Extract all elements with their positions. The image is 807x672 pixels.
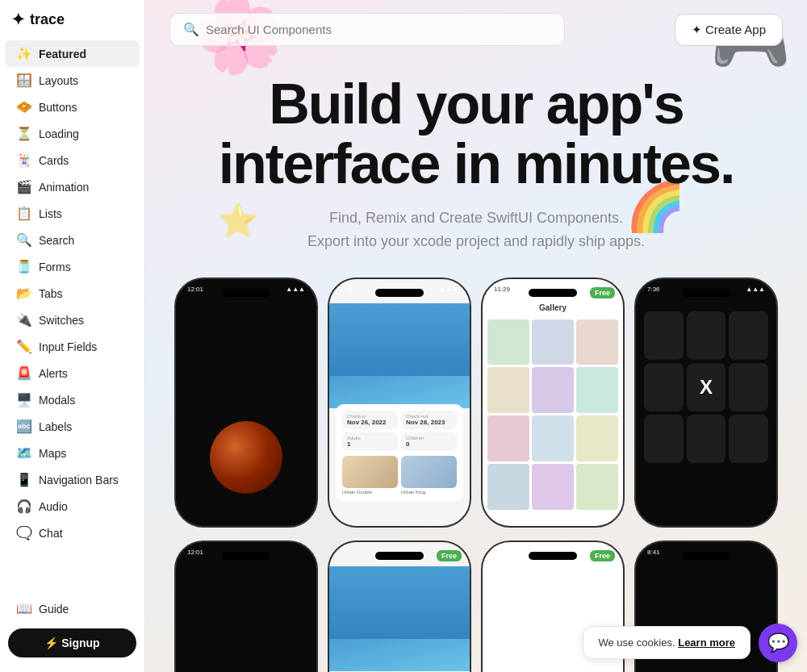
sidebar-item-modals[interactable]: 🖥️ Modals bbox=[5, 386, 140, 413]
status-bar-2: 1:38 ▲▲▲ bbox=[341, 286, 458, 293]
phone-notch-r2-2 bbox=[375, 552, 424, 560]
gallery-cell-9 bbox=[576, 415, 618, 461]
signup-button[interactable]: ⚡ Signup bbox=[8, 628, 136, 657]
loading-label: Loading bbox=[39, 127, 79, 140]
sidebar-item-navigation-bars[interactable]: 📱 Navigation Bars bbox=[5, 466, 140, 493]
sidebar-item-alerts[interactable]: 🚨 Alerts bbox=[5, 360, 140, 386]
grid-cell-3 bbox=[729, 311, 768, 360]
navigation-bars-label: Navigation Bars bbox=[39, 474, 119, 486]
booking-header-image bbox=[329, 303, 470, 408]
free-badge: Free bbox=[590, 287, 615, 298]
sidebar-item-forms[interactable]: 🫙 Forms bbox=[5, 253, 140, 280]
grid-cell-9 bbox=[729, 415, 768, 463]
status-bar-4: 7:36 ▲▲▲ bbox=[647, 286, 765, 293]
cards-icon: 🃏 bbox=[16, 152, 32, 168]
sidebar-item-switches[interactable]: 🔌 Switches bbox=[5, 307, 140, 333]
room-image-1 bbox=[342, 456, 398, 488]
switches-label: Switches bbox=[39, 314, 84, 327]
dark-grid-wrap: X bbox=[644, 311, 768, 463]
create-app-button[interactable]: ✦ Create App bbox=[675, 14, 783, 46]
grid-cell-7 bbox=[644, 415, 684, 463]
lists-label: Lists bbox=[39, 207, 62, 220]
labels-label: Labels bbox=[39, 420, 72, 433]
buttons-icon: 🧇 bbox=[16, 99, 32, 115]
sidebar-item-audio[interactable]: 🎧 Audio bbox=[5, 493, 140, 520]
forms-icon: 🫙 bbox=[16, 259, 32, 274]
gallery-cell-5 bbox=[532, 367, 574, 413]
phone-card-booking: 1:38 ▲▲▲ Check-in Nov 26, 2022 Check-out… bbox=[328, 278, 471, 528]
status-time: 12:01 bbox=[187, 286, 203, 293]
guide-label: Guide bbox=[39, 603, 69, 616]
chat-label: Chat bbox=[39, 527, 63, 540]
booking-header-r2 bbox=[329, 566, 470, 671]
learn-more-link[interactable]: Learn more bbox=[678, 637, 735, 649]
planet-visual bbox=[210, 421, 282, 494]
gallery-cell-4 bbox=[487, 367, 529, 413]
gallery-cell-3 bbox=[576, 319, 618, 365]
phone-card-row2-1: 12:01 bbox=[174, 541, 318, 672]
search-icon: 🔍 bbox=[16, 232, 32, 248]
sidebar-item-loading[interactable]: ⏳ Loading bbox=[5, 120, 140, 147]
status-bar-r2-4: 8:41 bbox=[647, 549, 765, 556]
modals-icon: 🖥️ bbox=[16, 392, 32, 407]
loading-icon: ⏳ bbox=[16, 126, 32, 141]
app-logo[interactable]: ✦ trace bbox=[0, 10, 144, 40]
status-bar-r2-1: 12:01 bbox=[187, 549, 305, 556]
sidebar-item-cards[interactable]: 🃏 Cards bbox=[5, 147, 140, 173]
hero-title: Build your app's interface in minutes. bbox=[178, 75, 775, 194]
adults-field: Adults 1 bbox=[342, 432, 398, 451]
gallery-title: Gallery bbox=[483, 303, 623, 312]
grid-cell-6 bbox=[729, 363, 768, 411]
grid-cell-4 bbox=[644, 363, 684, 411]
tabs-icon: 📂 bbox=[16, 286, 32, 301]
children-field: Children 0 bbox=[401, 432, 457, 451]
audio-icon: 🎧 bbox=[16, 499, 32, 514]
top-bar: 🔍 ✦ Create App bbox=[145, 0, 807, 59]
buttons-label: Buttons bbox=[39, 101, 77, 114]
status-time-3: 11:29 bbox=[494, 286, 510, 293]
labels-icon: 🔤 bbox=[16, 419, 32, 434]
sidebar-item-labels[interactable]: 🔤 Labels bbox=[5, 413, 140, 440]
status-icons: ▲▲▲ bbox=[286, 286, 305, 293]
chat-icon: 🗨️ bbox=[16, 525, 32, 541]
maps-icon: 🗺️ bbox=[16, 445, 32, 461]
phone-grid-1: 12:01 ▲▲▲ 1:38 ▲▲▲ Check-in Nov 2 bbox=[145, 261, 807, 536]
sidebar-item-animation[interactable]: 🎬 Animation bbox=[5, 173, 140, 200]
logo-icon: ✦ bbox=[11, 10, 25, 29]
sidebar-items: ✨ Featured 🪟 Layouts 🧇 Buttons ⏳ Loading… bbox=[0, 40, 144, 546]
chat-bubble-button[interactable]: 💬 bbox=[759, 624, 797, 662]
cookie-text: We use cookies. bbox=[598, 637, 675, 649]
sidebar-item-featured[interactable]: ✨ Featured bbox=[5, 40, 140, 67]
hero-subtitle: Find, Remix and Create SwiftUI Component… bbox=[178, 207, 775, 253]
status-bar: 12:01 ▲▲▲ bbox=[187, 286, 305, 293]
tabs-label: Tabs bbox=[39, 287, 63, 300]
sidebar-item-layouts[interactable]: 🪟 Layouts bbox=[5, 67, 140, 94]
sidebar-item-input-fields[interactable]: ✏️ Input Fields bbox=[5, 333, 140, 360]
maps-label: Maps bbox=[39, 447, 66, 460]
search-icon: 🔍 bbox=[183, 22, 199, 37]
gallery-cell-7 bbox=[487, 415, 529, 461]
lists-icon: 📋 bbox=[16, 206, 32, 221]
sidebar-item-buttons[interactable]: 🧇 Buttons bbox=[5, 94, 140, 120]
search-bar[interactable]: 🔍 bbox=[169, 13, 565, 46]
cookie-banner: We use cookies. Learn more bbox=[583, 626, 751, 659]
sidebar-item-tabs[interactable]: 📂 Tabs bbox=[5, 280, 140, 307]
phone-card-row2-2: Free bbox=[328, 541, 471, 672]
check-in-field: Check-in Nov 26, 2022 bbox=[342, 411, 398, 429]
animation-label: Animation bbox=[39, 181, 89, 194]
status-time-2: 1:38 bbox=[341, 286, 353, 293]
layouts-label: Layouts bbox=[39, 74, 78, 87]
search-input[interactable] bbox=[206, 23, 551, 36]
phone-card-gallery: 11:29 ▲▲▲ Free Gallery bbox=[481, 278, 625, 528]
input-fields-label: Input Fields bbox=[39, 340, 97, 353]
sidebar-item-chat[interactable]: 🗨️ Chat bbox=[5, 520, 140, 546]
sidebar-item-lists[interactable]: 📋 Lists bbox=[5, 200, 140, 227]
sidebar-item-maps[interactable]: 🗺️ Maps bbox=[5, 440, 140, 466]
guide-item[interactable]: 📖 Guide bbox=[5, 595, 140, 622]
modals-label: Modals bbox=[39, 394, 75, 407]
status-time-4: 7:36 bbox=[647, 286, 660, 293]
room-image-2 bbox=[401, 456, 457, 488]
sidebar-item-search[interactable]: 🔍 Search bbox=[5, 227, 140, 253]
search-label: Search bbox=[39, 234, 74, 247]
layouts-icon: 🪟 bbox=[16, 73, 32, 88]
